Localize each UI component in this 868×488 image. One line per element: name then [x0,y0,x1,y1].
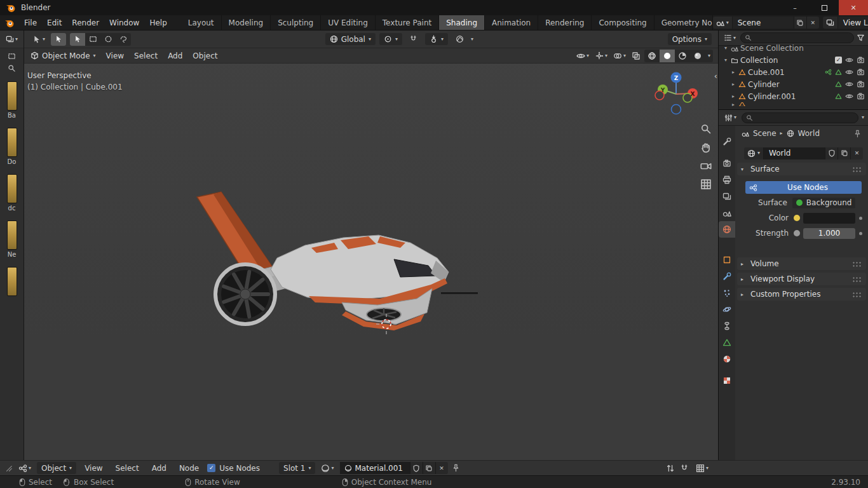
tab-physics[interactable] [719,301,735,318]
shader-menu-view[interactable]: View [80,461,107,476]
outliner-row-cube[interactable]: ▸ Cube.001 [719,66,868,78]
select-box-button[interactable] [85,33,100,46]
outliner-row-collection[interactable]: ▾ Collection ✓ [719,54,868,66]
gizmos-dropdown[interactable]: ▾ [593,50,609,62]
viewport-menu-add[interactable]: Add [163,48,187,63]
camera-visibility-icon[interactable] [857,68,865,76]
blender-menu-icon[interactable] [0,15,19,30]
viewport-menu-object[interactable]: Object [188,48,222,63]
file-item[interactable]: Do [0,128,24,165]
slot-dropdown[interactable]: Slot 1▾ [279,462,315,474]
material-preview-button[interactable] [675,50,690,62]
tab-particles[interactable] [719,285,735,301]
use-nodes-checkbox[interactable]: ✓ [207,464,215,472]
outliner-row-cylinder[interactable]: ▸ Cylinder [719,78,868,90]
material-unlink-button[interactable]: ✕ [435,462,448,474]
menu-window[interactable]: Window [104,15,144,30]
use-nodes-button[interactable]: Use Nodes [745,181,862,194]
tab-rendering[interactable]: Rendering [538,15,592,30]
proportional-edit-toggle[interactable] [452,33,467,46]
file-item[interactable] [0,267,24,296]
tab-tool[interactable] [719,133,735,150]
tab-view-layer[interactable] [719,188,735,205]
outliner-display-dropdown[interactable]: ▾ [722,32,738,43]
mode-dropdown[interactable]: Object Mode▾ [29,50,100,62]
close-button[interactable]: ✕ [839,0,868,15]
object-visibility-dropdown[interactable]: ▾ [574,50,591,62]
minimize-button[interactable]: – [780,0,810,15]
pivot-point-dropdown[interactable]: ▾ [379,33,402,45]
world-unlink-button[interactable]: ✕ [850,147,863,159]
navigation-gizmo[interactable]: Z Y X [649,67,703,121]
orientation-dropdown[interactable]: Global▾ [325,33,376,45]
solid-shading-button[interactable] [660,50,675,62]
options-dropdown[interactable]: Options▾ [668,33,712,45]
viewport-menu-select[interactable]: Select [130,48,162,63]
tab-material[interactable] [719,351,735,367]
hide-eye-icon[interactable] [845,68,853,76]
parent-links-icon[interactable] [666,464,675,473]
select-circle-button[interactable] [100,33,116,46]
hide-eye-icon[interactable] [845,80,853,88]
file-item[interactable]: dc [0,174,24,212]
volume-panel-header[interactable]: ▸ Volume [737,257,866,270]
tab-compositing[interactable]: Compositing [592,15,654,30]
hide-eye-icon[interactable] [845,56,853,64]
file-browser-editor-button[interactable]: ▾ [0,30,24,48]
select-lasso-button[interactable] [116,33,131,46]
outliner-row-cylinder-001[interactable]: ▸ Cylinder.001 [719,90,868,102]
view-layer-name-field[interactable]: View Layer [838,17,868,29]
scene-unlink-button[interactable]: ✕ [806,17,819,29]
collection-checkbox[interactable]: ✓ [835,57,842,64]
tab-output[interactable] [719,172,735,188]
world-name-field[interactable]: World [764,147,825,159]
tab-animation[interactable]: Animation [485,15,538,30]
tab-layout[interactable]: Layout [181,15,222,30]
panel-drag-handle[interactable] [852,276,862,282]
shader-menu-node[interactable]: Node [175,461,203,476]
properties-editor-dropdown[interactable]: ▾ [722,112,738,123]
breadcrumb-scene[interactable]: Scene [753,129,776,138]
sidebar-collapse-arrow[interactable]: ‹ [714,71,717,81]
outliner-row-partial[interactable]: ▸ [719,102,868,106]
snap-settings-dropdown[interactable]: ▾ [425,33,448,45]
tab-object[interactable] [719,252,735,268]
tab-modifiers[interactable] [719,268,735,285]
viewport-display-panel-header[interactable]: ▸ Viewport Display [737,273,866,285]
camera-visibility-icon[interactable] [857,80,865,88]
viewport-menu-view[interactable]: View [102,48,128,63]
tab-texture-paint[interactable]: Texture Paint [376,15,439,30]
world-browse-button[interactable]: ▾ [744,147,764,159]
breadcrumb-world[interactable]: World [798,129,820,138]
strength-value-field[interactable]: 1.000 [803,228,855,239]
shader-type-dropdown[interactable]: Object▾ [37,462,76,474]
camera-view-icon[interactable] [700,160,712,172]
tab-geometry-nodes[interactable]: Geometry Nod [654,15,713,30]
tab-shading[interactable]: Shading [439,15,485,30]
animate-dot[interactable] [859,217,862,220]
panel-drag-handle[interactable] [852,261,862,267]
pin-icon[interactable] [452,464,460,472]
viewport-canvas[interactable] [24,64,718,460]
scene-browse-button[interactable]: ▾ [713,17,733,29]
material-name-field[interactable]: Material.001 [340,462,410,474]
tab-modeling[interactable]: Modeling [222,15,271,30]
move-view-icon[interactable] [700,142,712,153]
color-swatch[interactable] [803,213,855,224]
tab-object-data[interactable] [719,334,735,351]
search-icon[interactable] [0,60,24,72]
scene-name-field[interactable]: Scene [733,17,794,29]
tab-texture[interactable] [719,372,735,389]
editor-type-dropdown[interactable]: ▾ [17,463,33,474]
spaceship-model[interactable] [197,192,478,330]
tweak-tool-button[interactable] [51,33,66,46]
snap-toggle[interactable] [406,33,421,46]
editor-corner-icon[interactable] [5,464,13,472]
tab-sculpting[interactable]: Sculpting [271,15,321,30]
wireframe-shading-button[interactable] [644,50,660,62]
overlays-dropdown[interactable]: ▾ [611,50,628,62]
menu-edit[interactable]: Edit [42,15,67,30]
outliner-search-input[interactable] [740,32,854,43]
pin-icon[interactable] [853,130,862,138]
rendered-shading-button[interactable] [690,50,705,62]
